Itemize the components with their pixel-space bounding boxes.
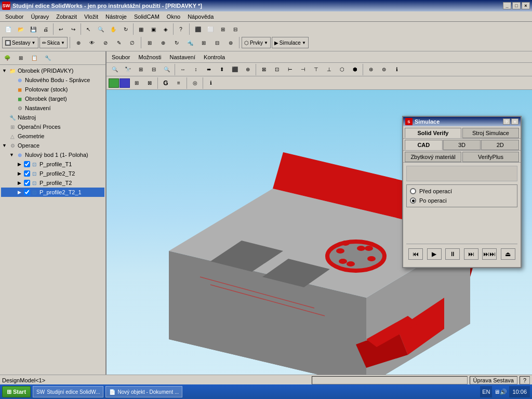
tree-item-nulovybodu[interactable]: ⊕ Nulového Bodu - Správce: [1, 75, 104, 85]
cam2-tb-5[interactable]: ≡: [172, 77, 185, 89]
expand-root[interactable]: ▼: [2, 68, 8, 73]
otocit-button[interactable]: ↻: [170, 36, 183, 49]
cam-tb-1[interactable]: 🔍: [109, 63, 121, 76]
simulace-button[interactable]: ▶ Simulace ▼: [272, 37, 309, 48]
status-help[interactable]: ?: [520, 376, 530, 384]
presunout-button[interactable]: ⊕: [157, 36, 169, 49]
end-button[interactable]: ⏭⏭: [482, 248, 497, 260]
menu-napoveda[interactable]: Nápověda: [184, 12, 217, 21]
dialog-help-button[interactable]: ?: [503, 118, 510, 125]
tree-item-polotovar[interactable]: ◼ Polotovar (stock): [1, 85, 104, 94]
kontrola-button[interactable]: ⊛: [224, 36, 237, 49]
tab-verifyplus[interactable]: VerifyPlus: [462, 152, 519, 162]
prvky-button[interactable]: ⬡ Prvky ▼: [242, 37, 271, 48]
zadne-button[interactable]: ∅: [126, 36, 139, 49]
menu-solidcam[interactable]: SolidCAM: [131, 12, 163, 21]
sestavy-button[interactable]: 🔲 Sestavy ▼: [2, 37, 38, 48]
open-button[interactable]: 📂: [15, 23, 27, 35]
display-btn-3[interactable]: ⊞: [217, 23, 229, 35]
tree-item-obrobek[interactable]: ◼ Obrobek (target): [1, 94, 104, 103]
view-front[interactable]: ▦: [135, 23, 147, 35]
undo-button[interactable]: ↩: [55, 23, 67, 35]
tree-item-nulovybod1[interactable]: ▼ ⊕ Nulový bod 1 (1- Poloha): [1, 150, 104, 159]
expand-operace[interactable]: ▼: [2, 143, 8, 148]
cam-menu-soubor[interactable]: Soubor: [109, 53, 133, 61]
pan-button[interactable]: ✋: [107, 23, 119, 35]
help-button[interactable]: ?: [175, 23, 187, 35]
tab-3d[interactable]: 3D: [443, 140, 481, 150]
cam-menu-moznosti[interactable]: Možnosti: [135, 53, 164, 61]
display-btn-2[interactable]: ⬜: [204, 23, 217, 35]
check-pprofile-t1[interactable]: [24, 161, 30, 167]
menu-zobrazit[interactable]: Zobrazit: [53, 12, 80, 21]
cam-tb-12[interactable]: ⊠: [258, 63, 270, 76]
select-button[interactable]: ↖: [82, 23, 95, 35]
zoom-button[interactable]: 🔍: [95, 23, 107, 35]
viewport-background[interactable]: S Simulace ? × Solid Verify Stroj Simula…: [107, 90, 532, 375]
vazba-button[interactable]: ⊞: [143, 36, 156, 49]
expand-pprofile-t2[interactable]: ▶: [18, 180, 24, 185]
cam-tb-11[interactable]: ⊕: [242, 63, 254, 76]
print-button[interactable]: 🖨: [39, 23, 52, 35]
tree-btn-4[interactable]: 🔧: [42, 52, 54, 64]
expand-pprofile2-t2-1[interactable]: ▶: [18, 190, 24, 195]
tree-item-pprofile2-t2-1[interactable]: ▶ ⊡ P_profile2_T2_1: [1, 188, 104, 197]
redo-button[interactable]: ↪: [67, 23, 79, 35]
display-btn-1[interactable]: ⬛: [192, 23, 204, 35]
view-top[interactable]: ▣: [147, 23, 159, 35]
minimize-button[interactable]: _: [503, 2, 511, 9]
vlozit-button[interactable]: ⊕: [72, 36, 85, 49]
cam-tb-13[interactable]: ⊡: [271, 63, 283, 76]
tree-item-nastroj[interactable]: 🔧 Nástroj: [1, 113, 104, 122]
tab-zbytkovy[interactable]: Zbytkový materiál: [405, 152, 461, 162]
radio-po-btn[interactable]: [410, 197, 416, 204]
cam-menu-kontrola[interactable]: Kontrola: [201, 53, 228, 61]
skryt-button[interactable]: 👁: [86, 36, 98, 49]
view-iso[interactable]: ◈: [159, 23, 172, 35]
tab-cad[interactable]: CAD: [405, 140, 443, 150]
menu-nastroje[interactable]: Nástroje: [102, 12, 130, 21]
tree-item-root[interactable]: ▼ 📁 Obrobek (PRIDAVKY): [1, 66, 104, 75]
tree-btn-2[interactable]: ⊞: [15, 52, 27, 64]
tree-item-pprofile2-t2[interactable]: ▶ ⊡ P_profile2_T2: [1, 169, 104, 178]
new-button[interactable]: 📄: [2, 23, 15, 35]
cam-tb-17[interactable]: ⊥: [323, 63, 335, 76]
tree-item-pprofile-t1[interactable]: ▶ ⊡ P_profile_T1: [1, 159, 104, 169]
tree-item-operacni[interactable]: ⊞ Operační Proces: [1, 122, 104, 131]
tree-item-pprofile-t2[interactable]: ▶ ⊡ P_profile_T2: [1, 178, 104, 188]
rotate-button[interactable]: ↻: [119, 23, 132, 35]
tree-item-geometrie[interactable]: △ Geometrie: [1, 131, 104, 141]
cam-tb-14[interactable]: ⊢: [284, 63, 296, 76]
cam-tb-8[interactable]: ⬌: [203, 63, 215, 76]
tree-item-operace[interactable]: ▼ ⚙ Operace: [1, 141, 104, 150]
zmenit-button[interactable]: ⊘: [99, 36, 112, 49]
dialog-close-button[interactable]: ×: [511, 118, 518, 125]
check-pprofile2-t2-1[interactable]: [24, 189, 30, 195]
upravit-button[interactable]: ✎: [113, 36, 125, 49]
window-controls[interactable]: _ □ ×: [503, 2, 530, 9]
tree-btn-3[interactable]: 📋: [28, 52, 41, 64]
play-button[interactable]: ▶: [427, 248, 442, 260]
cam-tb-6[interactable]: ↔: [177, 63, 189, 76]
cam2-info-btn[interactable]: ℹ: [205, 77, 217, 89]
cam2-g-btn[interactable]: G: [159, 77, 172, 89]
radio-po-operaci[interactable]: Po operaci: [410, 197, 514, 204]
expand-pprofile2-t2[interactable]: ▶: [18, 171, 24, 176]
expand-nulovybod1[interactable]: ▼: [9, 152, 16, 157]
cam-tb-19[interactable]: ⬢: [349, 63, 361, 76]
restore-button[interactable]: □: [512, 2, 521, 9]
cam2-tb-4[interactable]: ⊠: [143, 77, 156, 89]
cam-tb-22[interactable]: ℹ: [391, 63, 403, 76]
pause-button[interactable]: ⏸: [445, 248, 460, 260]
taskbar-document[interactable]: 📄 Nový objekt - Dokument ...: [105, 386, 182, 397]
expand-pprofile-t1[interactable]: ▶: [18, 162, 24, 167]
rozlozeny-button[interactable]: ⊞: [197, 36, 210, 49]
cam-tb-3[interactable]: ⊞: [135, 63, 147, 76]
menu-soubor[interactable]: Soubor: [2, 12, 26, 21]
tree-item-nastaveni[interactable]: ⚙ Nastavení: [1, 103, 104, 113]
taskbar-solidworks[interactable]: SW Studijní edice SolidW...: [33, 386, 103, 397]
tab-solid-verify[interactable]: Solid Verify: [405, 128, 461, 138]
close-button[interactable]: ×: [522, 2, 530, 9]
cam-tb-4[interactable]: ⊟: [148, 63, 160, 76]
eject-button[interactable]: ⏏: [501, 248, 515, 260]
